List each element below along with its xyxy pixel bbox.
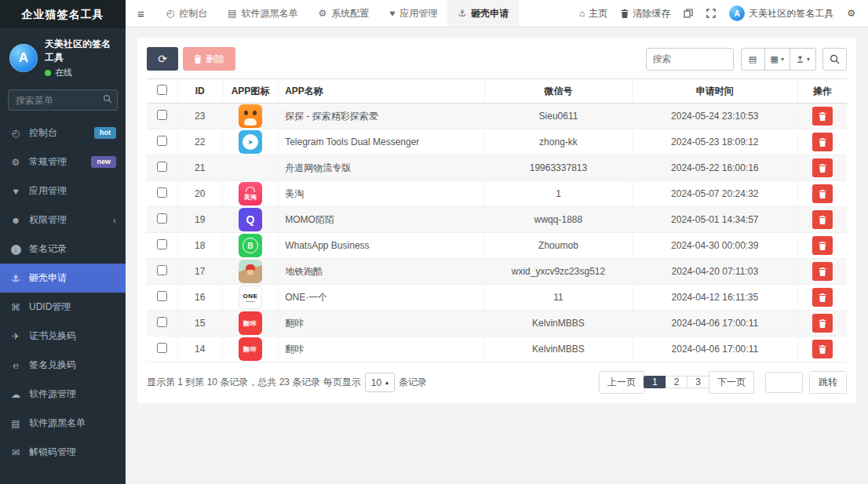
columns-icon: ▦ bbox=[771, 54, 779, 64]
row-delete-button[interactable] bbox=[812, 158, 833, 177]
new-badge: new bbox=[91, 156, 116, 168]
row-checkbox[interactable] bbox=[157, 162, 167, 172]
gauge-icon: ◴ bbox=[166, 8, 174, 19]
sidebar-item-udid-mgmt[interactable]: ⌘UDID管理 bbox=[0, 293, 126, 322]
anchor-icon: ⚓ bbox=[458, 8, 466, 19]
detail-view-button[interactable]: ▤ bbox=[741, 48, 765, 71]
row-delete-button[interactable] bbox=[812, 314, 833, 333]
page-button-3[interactable]: 3 bbox=[687, 376, 709, 388]
bulk-delete-button[interactable]: 删除 bbox=[183, 47, 235, 71]
row-checkbox[interactable] bbox=[157, 343, 167, 353]
sidebar-item-app-mgmt[interactable]: ♥应用管理 bbox=[0, 176, 126, 206]
trash-icon bbox=[819, 267, 826, 276]
row-checkbox[interactable] bbox=[157, 239, 167, 249]
data-table: ID APP图标 APP名称 微信号 申请时间 操作 23 探探 - 探索精彩探… bbox=[147, 78, 847, 362]
row-checkbox[interactable] bbox=[157, 265, 167, 275]
row-checkbox[interactable] bbox=[157, 213, 167, 224]
prev-page-button[interactable]: 上一页 bbox=[599, 371, 644, 394]
sidebar-item-permission-mgmt[interactable]: ☻权限管理 ‹ bbox=[0, 206, 126, 235]
cell-wechat: KelvinMBBS bbox=[485, 311, 632, 337]
page-button-2[interactable]: 2 bbox=[666, 376, 688, 388]
table-search-input[interactable] bbox=[646, 48, 734, 71]
tab-dashboard[interactable]: ◴控制台 bbox=[156, 0, 217, 27]
row-delete-button[interactable] bbox=[812, 210, 833, 229]
home-label: 主页 bbox=[589, 7, 607, 20]
tab-system-config[interactable]: ⚙系统配置 bbox=[308, 0, 380, 27]
sidebar-search-input[interactable] bbox=[8, 89, 118, 111]
cell-icon bbox=[222, 259, 278, 285]
copy-button[interactable] bbox=[684, 9, 693, 18]
row-delete-button[interactable] bbox=[812, 184, 833, 203]
book-icon: ▤ bbox=[228, 8, 236, 19]
jump-button[interactable]: 跳转 bbox=[809, 371, 847, 394]
row-checkbox[interactable] bbox=[157, 317, 167, 327]
row-delete-button[interactable] bbox=[812, 340, 833, 358]
pagination: 上一页 123 下一页 跳转 bbox=[600, 371, 847, 394]
hot-badge: hot bbox=[94, 127, 116, 139]
sidebar-item-cert-redeem[interactable]: ✈证书兑换码 bbox=[0, 322, 126, 351]
select-all-checkbox[interactable] bbox=[157, 85, 167, 95]
tab-source-blacklist[interactable]: ▤软件源黑名单 bbox=[217, 0, 308, 27]
columns-button[interactable]: ▦▾ bbox=[764, 48, 790, 71]
chevron-left-icon: ‹ bbox=[113, 214, 116, 226]
cell-icon bbox=[222, 233, 278, 259]
trash-icon bbox=[819, 242, 826, 250]
sidebar-item-source-blacklist[interactable]: ▤软件源黑名单 bbox=[0, 409, 126, 438]
record-summary: 显示第 1 到第 10 条记录，总共 23 条记录 每页显示 bbox=[147, 376, 361, 389]
row-delete-button[interactable] bbox=[812, 262, 833, 281]
table-row: 15 翻咔 翻咔 KelvinMBBS 2024-04-06 17:00:11 bbox=[147, 311, 847, 337]
cell-wechat: 19963337813 bbox=[485, 155, 632, 181]
row-delete-button[interactable] bbox=[812, 288, 833, 307]
cell-icon bbox=[222, 155, 278, 181]
sidebar-item-dump-request[interactable]: ⚓砸壳申请 bbox=[0, 264, 126, 293]
row-checkbox[interactable] bbox=[157, 136, 167, 146]
next-page-button[interactable]: 下一页 bbox=[709, 371, 754, 394]
fullscreen-button[interactable] bbox=[706, 9, 716, 18]
clear-cache-link[interactable]: 清除缓存 bbox=[621, 7, 670, 20]
jump-page-input[interactable] bbox=[765, 372, 803, 393]
refresh-button[interactable]: ⟳ bbox=[147, 47, 178, 71]
toolbar-right: ▤ ▦▾ ▾ bbox=[646, 48, 847, 71]
sidebar-item-source-mgmt[interactable]: ☁软件源管理 bbox=[0, 380, 126, 409]
sidebar-item-sign-redeem[interactable]: ℮签名兑换码 bbox=[0, 351, 126, 380]
app-icon-subway bbox=[239, 260, 262, 283]
sidebar-item-sign-records[interactable]: ↓签名记录 bbox=[0, 235, 126, 264]
settings-gears-icon[interactable]: ⚙ bbox=[847, 8, 855, 19]
status-label: 在线 bbox=[55, 67, 72, 78]
sidebar-item-general-mgmt[interactable]: ⚙常规管理 new bbox=[0, 147, 126, 176]
page-button-1[interactable]: 1 bbox=[644, 376, 666, 388]
sidebar-item-dashboard[interactable]: ◴控制台 hot bbox=[0, 118, 126, 147]
search-button[interactable] bbox=[822, 48, 847, 71]
tab-dump-request[interactable]: ⚓砸壳申请 bbox=[447, 0, 519, 27]
user-panel: 天美社区的签名工具 在线 bbox=[0, 28, 126, 86]
tab-app-mgmt[interactable]: ♥应用管理 bbox=[379, 0, 447, 27]
cell-id: 23 bbox=[177, 104, 222, 129]
export-button[interactable]: ▾ bbox=[790, 48, 816, 71]
cell-time: 2024-04-30 00:00:39 bbox=[632, 233, 797, 259]
cell-time: 2024-05-23 18:09:12 bbox=[632, 129, 797, 155]
home-link[interactable]: ⌂ 主页 bbox=[579, 7, 607, 20]
row-delete-button[interactable] bbox=[812, 133, 833, 151]
sidebar: 企业猫签名工具 天美社区的签名工具 在线 ◴控制台 hot ⚙常规管理 new … bbox=[0, 0, 126, 484]
user-menu[interactable]: 天美社区的签名工具 bbox=[729, 5, 833, 21]
cell-app-name: MOMO陌陌 bbox=[279, 207, 485, 233]
envelope-icon: ✉ bbox=[9, 447, 22, 458]
trash-icon bbox=[194, 55, 202, 64]
cell-time: 2024-05-07 20:24:32 bbox=[632, 181, 797, 207]
trash-icon bbox=[819, 345, 826, 354]
row-delete-button[interactable] bbox=[812, 107, 833, 126]
apple-icon: ⌘ bbox=[9, 302, 22, 313]
table-row: 16 ONE ONE·一个 11 2024-04-12 16:11:35 bbox=[147, 285, 847, 311]
row-checkbox[interactable] bbox=[157, 291, 167, 301]
hamburger-menu-icon[interactable]: ≡ bbox=[126, 0, 156, 27]
page-size-select[interactable]: 10 ▴ bbox=[365, 373, 395, 392]
history-icon: ↓ bbox=[9, 243, 22, 255]
user-name: 天美社区的签名工具 bbox=[45, 38, 118, 64]
row-checkbox[interactable] bbox=[157, 110, 167, 120]
sidebar-item-unlock-mgmt[interactable]: ✉解锁码管理 bbox=[0, 438, 126, 467]
app-icon-one: ONE bbox=[239, 286, 262, 309]
row-checkbox[interactable] bbox=[157, 187, 167, 198]
app-icon-fanka: 翻咔 bbox=[239, 311, 262, 335]
cell-app-name: 翻咔 bbox=[279, 311, 485, 337]
row-delete-button[interactable] bbox=[812, 236, 833, 255]
